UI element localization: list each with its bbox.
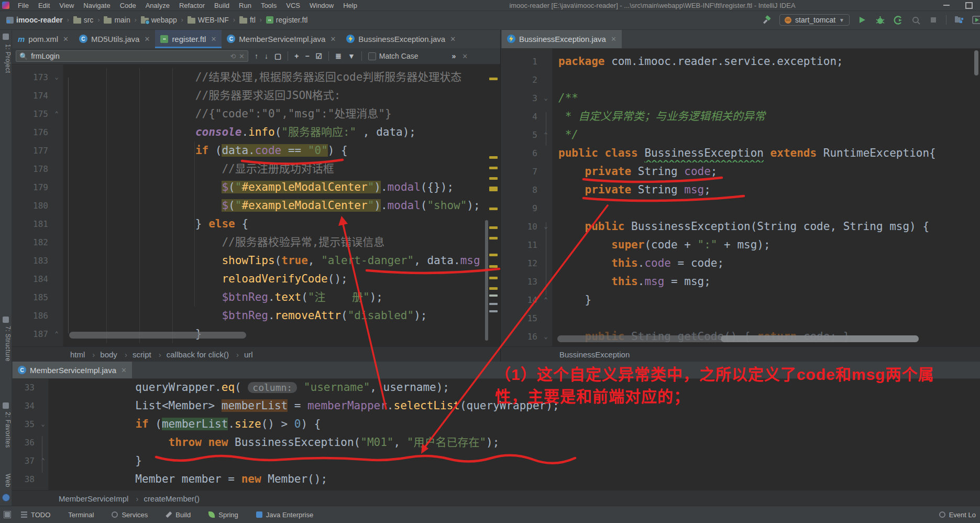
tab-bussinessexception-java-right[interactable]: BussinessException.java✕ <box>502 29 622 48</box>
code-line[interactable]: 6public class BussinessException extends… <box>501 144 980 162</box>
filter-funnel-icon[interactable]: ▼ <box>348 52 355 60</box>
code-line[interactable]: 3⌄/** <box>501 89 980 107</box>
breadcrumb-register-ftl[interactable]: ‹›register.ftl <box>265 16 309 24</box>
code-area-memberserviceimpl[interactable]: 33 queryWrapper.eq( column: "username", … <box>12 378 980 491</box>
fold-marker-icon[interactable]: ⌄ <box>539 328 552 346</box>
code-area-register-ftl[interactable]: 173⌄ //结果处理,根据服务器返回code判断服务器处理状态174 //服务… <box>12 64 500 347</box>
code-line[interactable]: 36 throw new BussinessException("M01", "… <box>12 433 980 452</box>
code-line[interactable]: 33 queryWrapper.eq( column: "username", … <box>12 378 980 397</box>
code-line[interactable]: 182 //服务器校验异常,提示错误信息 <box>12 233 500 252</box>
coverage-button-icon[interactable] <box>893 15 903 25</box>
breadcrumb-item[interactable]: callback for click() <box>153 350 229 359</box>
select-all-occurrences-icon[interactable]: ☑ <box>316 52 323 60</box>
debug-button-icon[interactable] <box>875 15 885 25</box>
fold-marker-icon[interactable]: ⌃ <box>50 105 63 123</box>
favorites-tool-icon[interactable] <box>3 402 9 409</box>
tab-register-ftl[interactable]: ‹›register.ftl✕ <box>155 29 222 48</box>
menu-item[interactable]: Edit <box>34 1 54 10</box>
code-line[interactable]: 8 private String msg; <box>501 181 980 199</box>
tool-window-switcher-icon[interactable] <box>4 511 10 518</box>
previous-occurrence-icon[interactable]: ↑ <box>255 52 258 60</box>
breadcrumb-item[interactable]: MemberServiceImpl <box>59 494 128 503</box>
code-line[interactable]: 11 super(code + ":" + msg); <box>501 236 980 254</box>
code-line[interactable]: 7 private String code; <box>501 162 980 181</box>
tab-pom-xml[interactable]: mpom.xml✕ <box>13 29 74 48</box>
filter-lines-icon[interactable]: ≣ <box>335 52 342 60</box>
breadcrumb-item[interactable]: BussinessException <box>559 350 630 359</box>
breadcrumb-item[interactable]: url <box>231 350 253 359</box>
code-line[interactable]: 184 reloadVerifyCode(); <box>12 270 500 288</box>
code-line[interactable]: 173⌄ //结果处理,根据服务器返回code判断服务器处理状态 <box>12 68 500 86</box>
statusbar-event-log[interactable]: Event Lo <box>939 511 976 519</box>
code-line[interactable]: 4 * 自定义异常类；与业务逻辑相关的异常 <box>501 107 980 126</box>
search-input[interactable]: 🔍 frmLogin ⟲ ✕ <box>16 50 248 62</box>
structure-tool-icon[interactable] <box>3 317 9 323</box>
code-line[interactable]: 183 showTips(true, "alert-danger", data.… <box>12 252 500 270</box>
statusbar-java-enterprise[interactable]: Java Enterprise <box>256 511 313 519</box>
run-configuration-select[interactable]: start_tomcat ▼ <box>779 14 850 26</box>
statusbar-todo[interactable]: TODO <box>21 511 50 519</box>
breadcrumb-item[interactable]: createMember() <box>130 494 200 503</box>
menu-item[interactable]: Tools <box>257 1 281 10</box>
match-case-checkbox[interactable]: Match Case <box>368 52 419 60</box>
breadcrumb-item[interactable]: script <box>119 350 151 359</box>
minimize-button-icon[interactable] <box>943 5 950 6</box>
find-in-selection-icon[interactable]: ▢ <box>274 52 281 60</box>
fold-marker-icon[interactable]: ⌄ <box>539 89 552 107</box>
code-line[interactable]: 13 this.msg = msg; <box>501 273 980 291</box>
menu-item[interactable]: Run <box>235 1 256 10</box>
breadcrumb-item[interactable]: body <box>87 350 117 359</box>
close-icon[interactable]: ✕ <box>611 35 616 43</box>
close-icon[interactable]: ✕ <box>63 35 69 43</box>
clear-search-icon[interactable]: ✕ <box>239 52 245 60</box>
more-options-icon[interactable]: » <box>452 52 456 60</box>
horizontal-scrollbar[interactable] <box>69 332 246 339</box>
code-line[interactable]: 179 $("#exampleModalCenter").modal({}); <box>12 178 500 197</box>
profiler-button-icon[interactable] <box>910 15 921 25</box>
breadcrumb-project[interactable]: imooc-reader <box>5 16 64 24</box>
next-occurrence-icon[interactable]: ↓ <box>265 52 268 60</box>
tool-button-web[interactable]: Web <box>0 474 12 487</box>
menu-item[interactable]: Code <box>116 1 140 10</box>
code-line[interactable]: 14⌃ } <box>501 291 980 309</box>
project-structure-icon[interactable] <box>954 15 964 25</box>
close-icon[interactable]: ✕ <box>144 35 150 43</box>
menu-item[interactable]: Analyze <box>141 1 174 10</box>
code-line[interactable]: 15 <box>501 309 980 328</box>
add-occurrence-icon[interactable]: + <box>294 52 299 60</box>
menu-item[interactable]: VCS <box>282 1 304 10</box>
tool-button-favorites[interactable]: 2: Favorites <box>0 412 12 448</box>
menu-item[interactable]: File <box>14 1 33 10</box>
code-area-bussinessexception[interactable]: 1package com.imooc.reader.service.except… <box>501 48 980 347</box>
code-line[interactable]: 1package com.imooc.reader.service.except… <box>501 52 980 71</box>
statusbar-build[interactable]: Build <box>166 511 191 519</box>
fold-marker-icon[interactable]: ⌄ <box>37 415 49 433</box>
code-line[interactable]: 38 Member member = new Member(); <box>12 470 980 488</box>
code-line[interactable]: 34 List<Member> memberList = memberMappe… <box>12 397 980 415</box>
statusbar-spring[interactable]: Spring <box>208 511 238 519</box>
code-line[interactable]: 10⌄ public BussinessException(String cod… <box>501 217 980 236</box>
breadcrumb-ftl[interactable]: ftl <box>238 16 257 24</box>
breadcrumb-item[interactable]: html <box>70 350 85 359</box>
tab-memberserviceimpl-java[interactable]: CMemberServiceImpl.java✕ <box>222 29 341 48</box>
menu-item[interactable]: Refactor <box>175 1 209 10</box>
statusbar-terminal[interactable]: Terminal <box>68 511 94 519</box>
edge-clipped-icon[interactable] <box>972 15 980 25</box>
globe-icon[interactable] <box>2 494 10 502</box>
code-line[interactable]: 185 $btnReg.text("注 册"); <box>12 288 500 307</box>
code-line[interactable]: 175⌃ //{"code":"0","msg":"处理消息"} <box>12 105 500 123</box>
code-line[interactable]: 186 $btnReg.removeAttr("disabled"); <box>12 307 500 325</box>
menu-item[interactable]: View <box>55 1 78 10</box>
tool-button-project[interactable]: 1: Project <box>0 44 12 73</box>
menu-item[interactable]: Build <box>210 1 234 10</box>
project-tool-icon[interactable] <box>3 34 9 40</box>
tab-memberserviceimpl-java-bottom[interactable]: CMemberServiceImpl.java✕ <box>13 362 132 378</box>
tool-button-structure[interactable]: 7: Structure <box>0 326 12 362</box>
code-line[interactable]: 174 //服务器要求返回JSON格式: <box>12 86 500 105</box>
close-icon[interactable]: ✕ <box>450 35 456 43</box>
close-find-icon[interactable]: ✕ <box>462 52 468 60</box>
remove-occurrence-icon[interactable]: − <box>305 52 309 60</box>
code-line[interactable]: 178 //显示注册成功对话框 <box>12 160 500 178</box>
breadcrumb-web-inf[interactable]: WEB-INF <box>186 16 230 24</box>
code-line[interactable]: 181 } else { <box>12 215 500 233</box>
